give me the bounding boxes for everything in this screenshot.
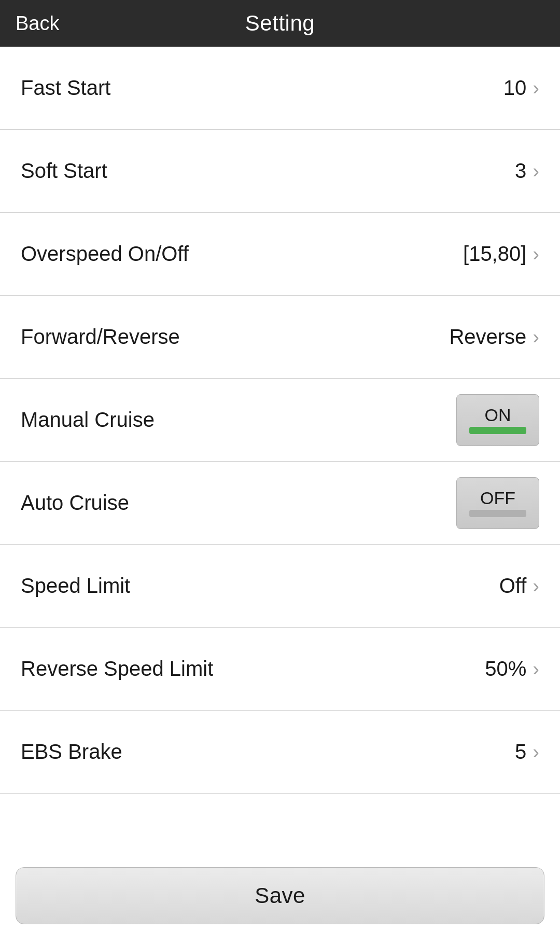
setting-value-group-ebs-brake: 5› [515, 740, 539, 763]
toggle-indicator-manual-cruise [469, 427, 526, 434]
setting-row-reverse-speed-limit[interactable]: Reverse Speed Limit50%› [0, 628, 560, 711]
setting-value-group-manual-cruise: ON [456, 394, 539, 446]
setting-value-forward-reverse: Reverse [449, 325, 526, 349]
setting-value-group-reverse-speed-limit: 50%› [485, 657, 539, 680]
save-area: Save [0, 855, 560, 945]
setting-label-ebs-brake: EBS Brake [21, 740, 122, 763]
setting-label-forward-reverse: Forward/Reverse [21, 325, 180, 349]
settings-list: Fast Start10›Soft Start3›Overspeed On/Of… [0, 47, 560, 855]
chevron-icon-speed-limit: › [533, 576, 539, 596]
setting-label-reverse-speed-limit: Reverse Speed Limit [21, 657, 213, 680]
setting-value-group-auto-cruise: OFF [456, 477, 539, 529]
setting-row-speed-limit[interactable]: Speed LimitOff› [0, 545, 560, 628]
chevron-icon-reverse-speed-limit: › [533, 659, 539, 679]
setting-value-speed-limit: Off [499, 574, 527, 597]
toggle-label-manual-cruise: ON [485, 406, 511, 424]
toggle-button-auto-cruise[interactable]: OFF [456, 477, 539, 529]
setting-row-auto-cruise[interactable]: Auto CruiseOFF [0, 462, 560, 545]
toggle-label-auto-cruise: OFF [480, 489, 515, 507]
setting-value-group-forward-reverse: Reverse› [449, 325, 539, 349]
header: Back Setting [0, 0, 560, 47]
setting-label-soft-start: Soft Start [21, 159, 107, 183]
setting-row-manual-cruise[interactable]: Manual CruiseON [0, 379, 560, 462]
chevron-icon-ebs-brake: › [533, 742, 539, 762]
setting-label-fast-start: Fast Start [21, 76, 110, 100]
chevron-icon-soft-start: › [533, 161, 539, 181]
setting-row-ebs-brake[interactable]: EBS Brake5› [0, 711, 560, 794]
chevron-icon-overspeed: › [533, 244, 539, 264]
setting-row-overspeed[interactable]: Overspeed On/Off[15,80]› [0, 213, 560, 296]
setting-row-soft-start[interactable]: Soft Start3› [0, 130, 560, 213]
setting-row-fast-start[interactable]: Fast Start10› [0, 47, 560, 130]
chevron-icon-fast-start: › [533, 78, 539, 98]
setting-label-overspeed: Overspeed On/Off [21, 242, 189, 266]
page-title: Setting [245, 11, 315, 36]
setting-value-fast-start: 10 [503, 76, 527, 100]
save-button[interactable]: Save [16, 867, 544, 924]
setting-value-soft-start: 3 [515, 159, 526, 183]
toggle-indicator-auto-cruise [469, 510, 526, 517]
setting-value-group-overspeed: [15,80]› [463, 242, 539, 266]
setting-value-reverse-speed-limit: 50% [485, 657, 526, 680]
setting-value-overspeed: [15,80] [463, 242, 526, 266]
toggle-button-manual-cruise[interactable]: ON [456, 394, 539, 446]
setting-row-forward-reverse[interactable]: Forward/ReverseReverse› [0, 296, 560, 379]
setting-label-manual-cruise: Manual Cruise [21, 408, 155, 432]
back-button[interactable]: Back [16, 12, 59, 35]
setting-label-auto-cruise: Auto Cruise [21, 491, 129, 515]
setting-value-group-speed-limit: Off› [499, 574, 539, 597]
setting-label-speed-limit: Speed Limit [21, 574, 130, 597]
chevron-icon-forward-reverse: › [533, 327, 539, 347]
setting-value-ebs-brake: 5 [515, 740, 526, 763]
setting-value-group-fast-start: 10› [503, 76, 539, 100]
setting-value-group-soft-start: 3› [515, 159, 539, 183]
